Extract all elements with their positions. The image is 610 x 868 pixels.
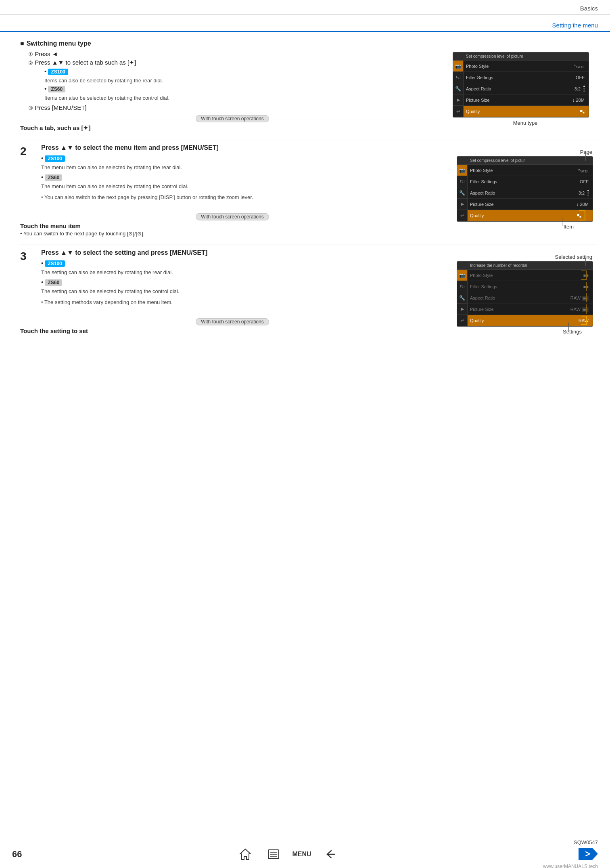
item-label: Item (564, 224, 574, 230)
step2-zs100-bullet: • ZS100 (41, 155, 445, 163)
cs1-tab-fc: Fc (453, 72, 463, 83)
touch-sub-2: • You can switch to the next page by tou… (20, 231, 445, 237)
cs1-row-filter: Filter Settings OFF (464, 72, 589, 83)
cs1-rows: Photo Style ≈STD. Filter Settings OFF As… (464, 61, 589, 117)
item-line (562, 218, 562, 226)
touch-section-2: With touch screen operations Touch the m… (20, 213, 445, 237)
touch-line-left-2 (20, 217, 193, 217)
footer-model: SQW0547 (574, 839, 598, 845)
zs60-badge: ZS60 (48, 86, 65, 92)
step3-section: 3 Press ▲▼ to select the setting and pre… (20, 249, 598, 338)
cs1-header: Set compression level of picture (453, 52, 589, 61)
camera-icon: 📷 (455, 63, 461, 69)
cs3-bracket-2 (581, 282, 587, 291)
step2-zs60-note: The menu item can also be selected by ro… (41, 183, 445, 189)
cs3-row-filter: Filter Settings ■■ (468, 281, 593, 292)
cs2-row-picturesize: Picture Size ↓ 20M (468, 199, 593, 210)
touch-line-right (272, 119, 445, 119)
cs3-wrench-icon: 🔧 (459, 295, 465, 301)
menu-type-label: Menu type (453, 120, 598, 126)
cs1-page-ind (582, 86, 586, 92)
cs3-sidebar: 📷 Fc 🔧 ▶ ↩ (457, 270, 468, 326)
cs2-tab-fc: Fc (457, 176, 467, 187)
wrench-icon: 🔧 (455, 86, 461, 92)
cs3-bracket-3 (581, 293, 587, 302)
cs1-body: 📷 Fc 🔧 ▶ ↩ (453, 61, 589, 117)
cs2-tab-back: ↩ (457, 210, 467, 221)
footer-page-number: 66 (12, 849, 32, 860)
cs2-row-filter: Filter Settings OFF (468, 176, 593, 187)
step2-right: Page Set compression level of pictur 📷 F… (453, 144, 598, 241)
zs100-bullet: • ZS100 (44, 68, 445, 76)
footer-back-icon[interactable] (322, 846, 338, 862)
touch-ops-label: With touch screen operations (196, 115, 269, 122)
cs2-row-photostyle: Photo Style ≈STD. (468, 165, 593, 176)
touch-ops-label-2: With touch screen operations (196, 213, 269, 220)
step3-zs60-bullet: • ZS60 (41, 279, 445, 287)
svg-marker-0 (240, 849, 251, 860)
footer-arrow (579, 848, 598, 861)
footer-right: SQW0547 www.userMANUALS.tech (543, 839, 598, 868)
step-circle-3: ③ Press [MENU/SET] (28, 104, 445, 111)
zs100-badge: ZS100 (48, 69, 68, 75)
zs60-bullet: • ZS60 (44, 85, 445, 93)
touch-instruction-3: Touch the setting to set (20, 327, 445, 334)
footer-menu-label[interactable]: MENU (294, 846, 310, 862)
step2-zs60-badge: ZS60 (45, 174, 62, 181)
cs2-wrench-icon: 🔧 (459, 190, 465, 196)
switching-menu-left: Switching menu type ① Press ◄ ② Press ▲▼… (20, 40, 445, 136)
cs3-fc-icon: Fc (460, 284, 464, 289)
touch-line-left-3 (20, 322, 193, 322)
switching-menu-steps: ① Press ◄ ② Press ▲▼ to select a tab suc… (28, 50, 445, 111)
camera-screen-1-wrapper: Set compression level of picture 📷 Fc 🔧 (453, 52, 598, 126)
step3-zs100-badge: ZS100 (45, 260, 65, 267)
cs3-tab-fc: Fc (457, 281, 467, 292)
step3-number: 3 (20, 249, 33, 310)
camera-screen-1: Set compression level of picture 📷 Fc 🔧 (453, 52, 589, 117)
cs1-row-picturesize: Picture Size ↓ 20M (464, 94, 589, 106)
camera-screen-3: Increase the number of recordal 📷 Fc 🔧 (457, 261, 593, 327)
step-circle-2: ② Press ▲▼ to select a tab such as [✦] (28, 59, 445, 66)
cs3-tab-camera: 📷 (457, 270, 467, 281)
footer-list-icon[interactable] (265, 846, 282, 862)
cs3-header: Increase the number of recordal (457, 262, 593, 270)
cs2-row-aspect: Aspect Ratio 3:2 (468, 187, 593, 199)
camera-screen-2: Set compression level of pictur 📷 Fc 🔧 (457, 156, 593, 222)
cs3-bracket-5 (581, 316, 587, 325)
cs1-row-quality: Quality ■■ (464, 106, 589, 117)
touch-line-right-3 (272, 322, 445, 322)
cs3-camera-icon: 📷 (459, 273, 465, 278)
touch-line-right-2 (272, 217, 445, 217)
cs2-bracket (579, 210, 585, 220)
fc-icon: Fc (455, 75, 460, 80)
cs1-tab-wrench: 🔧 (453, 83, 463, 94)
cs3-row-quality: Quality RAW (468, 315, 593, 326)
cs3-tab-film: ▶ (457, 304, 467, 315)
sep-2 (20, 245, 598, 245)
touch-bar-3: With touch screen operations (20, 318, 445, 325)
touch-bar-1: With touch screen operations (20, 115, 445, 122)
cs2-rows: Photo Style ≈STD. Filter Settings OFF As… (468, 165, 593, 221)
back-icon: ↩ (456, 109, 460, 114)
cs2-film-icon: ▶ (461, 201, 464, 207)
page-header: Basics (0, 0, 610, 15)
step3-heading: Press ▲▼ to select the setting and press… (41, 249, 445, 256)
cs2-tab-camera: 📷 (457, 165, 467, 176)
cs2-sidebar: 📷 Fc 🔧 ▶ ↩ (457, 165, 468, 221)
zs60-note: Items can also be selected by rotating t… (44, 95, 445, 101)
cs3-bracket-1 (581, 270, 587, 280)
cs1-tab-camera: 📷 (453, 61, 463, 72)
cs3-row-picturesize: Picture Size RAW ■■ (468, 304, 593, 315)
section-heading: Setting the menu (0, 15, 610, 32)
footer-home-icon[interactable] (237, 846, 253, 862)
step3-zs60-badge: ZS60 (45, 279, 62, 286)
cs3-bracket-4 (581, 304, 587, 314)
footer-icons: MENU (237, 846, 338, 862)
cs2-camera-icon: 📷 (459, 168, 465, 173)
cs1-tab-back: ↩ (453, 106, 463, 117)
touch-section-3: With touch screen operations Touch the s… (20, 318, 445, 334)
touch-instruction-1: Touch a tab, such as [✦] (20, 124, 445, 132)
step3-zs100-note: The setting can also be selected by rota… (41, 269, 445, 275)
cs3-body: 📷 Fc 🔧 ▶ ↩ (457, 270, 593, 326)
cs3-tab-wrench: 🔧 (457, 292, 467, 304)
